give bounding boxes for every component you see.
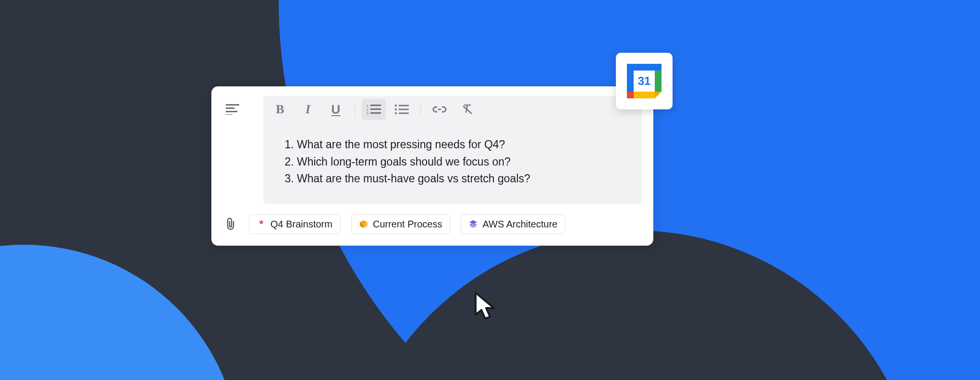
svg-rect-13: [399, 105, 409, 107]
clear-formatting-button[interactable]: [455, 99, 479, 120]
svg-text:1: 1: [367, 104, 368, 107]
link-icon: [432, 106, 447, 113]
attachments-row: * Q4 Brainstorm Current Process AWS Arch…: [223, 214, 642, 234]
svg-text:2: 2: [367, 108, 368, 111]
svg-rect-2: [226, 111, 237, 112]
italic-icon: I: [306, 102, 310, 117]
svg-rect-1: [226, 107, 234, 109]
attachment-chip-process[interactable]: Current Process: [351, 214, 451, 234]
ordered-list-icon: 1 2 3: [367, 104, 381, 115]
unordered-list-icon: [394, 104, 409, 115]
svg-rect-0: [226, 104, 239, 106]
list-item: Which long-term goals should we focus on…: [297, 154, 623, 171]
chip-label: Q4 Brainstorm: [270, 219, 332, 230]
toolbar-separator: [355, 102, 355, 117]
paperclip-icon: [225, 217, 236, 231]
svg-point-12: [395, 112, 397, 114]
toolbar: B I U 1 2 3: [223, 96, 642, 123]
attach-button[interactable]: [223, 217, 238, 231]
svg-rect-7: [370, 105, 381, 106]
formatting-toolbar: B I U 1 2 3: [263, 96, 642, 123]
toolbar-separator: [420, 102, 421, 117]
chip-label: Current Process: [373, 219, 442, 230]
list-item: What are the most pressing needs for Q4?: [297, 136, 623, 154]
google-calendar-badge[interactable]: 31: [616, 53, 673, 109]
editor-card: B I U 1 2 3: [211, 86, 653, 246]
bold-icon: B: [276, 102, 284, 117]
svg-rect-15: [399, 113, 409, 114]
promo-stage: B I U 1 2 3: [0, 0, 980, 380]
bg-shape-blue-bottom: [0, 245, 240, 380]
ordered-list: What are the most pressing needs for Q4?…: [282, 136, 623, 188]
svg-rect-8: [370, 108, 381, 110]
underline-icon: U: [331, 102, 341, 117]
editor-content[interactable]: What are the most pressing needs for Q4?…: [263, 123, 642, 204]
unordered-list-button[interactable]: [390, 99, 414, 120]
calendar-day: 31: [634, 71, 655, 92]
list-item: What are the must-have goals vs stretch …: [297, 170, 623, 188]
italic-button[interactable]: I: [296, 99, 320, 120]
ordered-list-button[interactable]: 1 2 3: [362, 99, 386, 120]
link-button[interactable]: [428, 99, 452, 120]
svg-point-10: [395, 105, 397, 107]
chip-label: AWS Architecture: [482, 219, 557, 230]
layers-icon: [469, 220, 478, 228]
bold-button[interactable]: B: [268, 99, 292, 120]
svg-text:3: 3: [367, 112, 368, 115]
svg-rect-3: [226, 114, 233, 115]
box-icon: [359, 220, 368, 228]
attachment-chip-aws[interactable]: AWS Architecture: [461, 214, 565, 234]
asterisk-icon: *: [257, 220, 266, 228]
clear-formatting-icon: [461, 103, 474, 116]
underline-button[interactable]: U: [324, 99, 348, 120]
align-left-icon: [226, 104, 239, 115]
svg-point-11: [395, 108, 397, 110]
align-left-button[interactable]: [223, 104, 242, 115]
svg-rect-14: [399, 109, 409, 110]
google-calendar-icon: 31: [627, 64, 662, 98]
svg-rect-9: [370, 112, 381, 114]
attachment-chip-brainstorm[interactable]: * Q4 Brainstorm: [249, 214, 341, 234]
